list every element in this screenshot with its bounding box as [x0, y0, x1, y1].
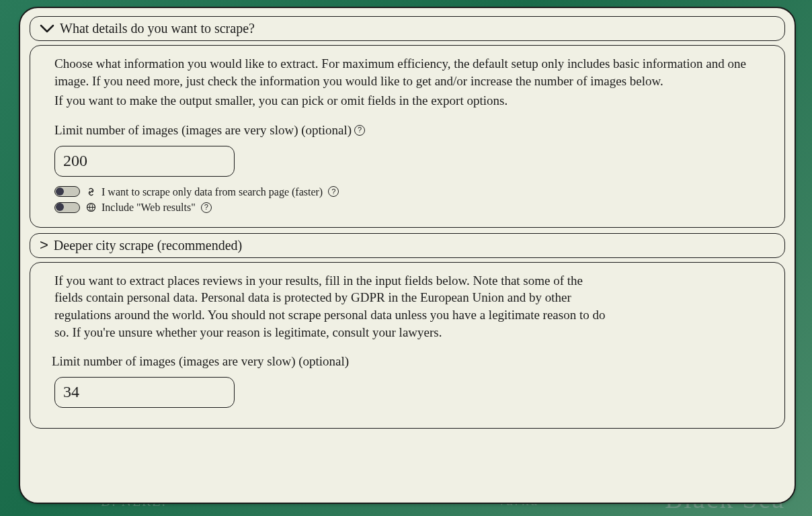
scrape-details-header[interactable]: What details do you want to scrape?: [30, 16, 785, 41]
toggle-label: Include "Web results": [102, 200, 196, 215]
search-page-only-toggle[interactable]: [54, 186, 80, 197]
description-text: If you want to make the output smaller, …: [54, 92, 760, 110]
link-icon: [85, 186, 96, 197]
images-limit-label-row: Limit number of images (images are very …: [54, 122, 760, 139]
include-web-results-toggle[interactable]: [54, 202, 80, 213]
help-icon[interactable]: ?: [328, 186, 339, 197]
globe-icon: [85, 202, 96, 213]
scrape-details-body: Choose what information you would like t…: [30, 45, 785, 228]
settings-card: What details do you want to scrape? Choo…: [19, 7, 796, 504]
images-limit-input[interactable]: [54, 146, 235, 177]
deeper-city-body: If you want to extract places reviews in…: [30, 262, 785, 429]
section-title: What details do you want to scrape?: [60, 21, 255, 36]
chevron-down-icon: [40, 24, 54, 34]
search-page-only-row: I want to scrape only data from search p…: [54, 185, 760, 200]
images-limit-input-deeper[interactable]: [54, 377, 235, 408]
toggle-label: I want to scrape only data from search p…: [102, 185, 323, 200]
include-web-results-row: Include "Web results" ?: [54, 200, 760, 215]
chevron-right-icon: >: [40, 238, 48, 253]
section-title: Deeper city scrape (recommended): [54, 238, 242, 253]
images-limit-label: Limit number of images (images are very …: [52, 353, 349, 370]
images-limit-label: Limit number of images (images are very …: [54, 122, 352, 139]
description-text: If you want to extract places reviews in…: [54, 272, 606, 341]
deeper-city-section: > Deeper city scrape (recommended) If yo…: [30, 233, 785, 429]
scrape-details-section: What details do you want to scrape? Choo…: [30, 16, 785, 228]
help-icon[interactable]: ?: [201, 202, 212, 213]
deeper-city-header[interactable]: > Deeper city scrape (recommended): [30, 233, 785, 258]
description-text: Choose what information you would like t…: [54, 55, 760, 89]
images-limit-label-row: Limit number of images (images are very …: [52, 353, 760, 370]
help-icon[interactable]: ?: [354, 125, 365, 136]
